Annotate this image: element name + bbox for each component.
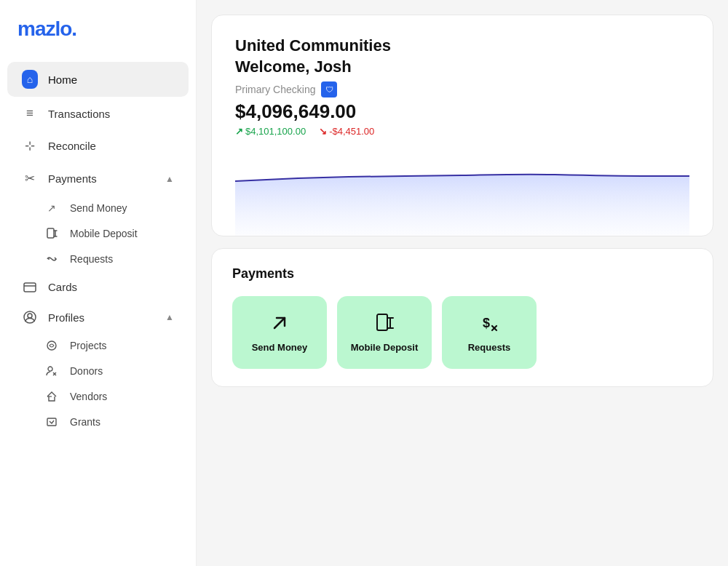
mobile-deposit-icon [44,228,60,239]
balance-chart [235,148,689,236]
sidebar-item-cards[interactable]: Cards [7,273,189,301]
logo: mazlo. [0,17,196,61]
svg-rect-0 [47,228,54,238]
svg-rect-10 [47,418,56,426]
shield-icon: 🛡 [321,81,337,97]
chevron-up-icon: ▲ [165,312,174,322]
sidebar-item-donors[interactable]: Donors [29,359,189,383]
payments-section-title: Payments [232,266,692,282]
sidebar-item-label: Projects [70,340,174,351]
org-name: United Communities [235,36,689,57]
sidebar-item-label: Send Money [70,202,174,214]
requests-button[interactable]: $ Requests [442,296,537,369]
requests-icon [44,253,60,265]
account-card: United Communities Welcome, Josh Primary… [211,15,713,236]
svg-point-8 [47,341,56,350]
home-icon: ⌂ [22,70,38,89]
sidebar-item-label: Grants [70,416,174,428]
logo-dot: . [71,17,76,40]
requests-btn-label: Requests [468,342,511,353]
send-money-button[interactable]: Send Money [232,296,327,369]
send-money-btn-label: Send Money [252,342,308,353]
svg-rect-4 [24,283,36,292]
sidebar-item-profiles[interactable]: Profiles ▲ [7,303,189,332]
grants-icon [44,416,60,428]
payments-icon: ✂ [22,171,38,186]
up-amount: ↗ $4,101,100.00 [235,126,306,137]
down-arrow-icon: ↘ [319,126,327,137]
sidebar-item-projects[interactable]: Projects [29,333,189,358]
up-arrow-icon: ↗ [235,126,243,137]
payments-card: Payments Send Money [211,248,713,387]
sidebar: mazlo. ⌂ Home ≡ Transactions ⊹ Reconcile… [0,0,197,566]
mobile-deposit-btn-label: Mobile Deposit [351,342,418,353]
sidebar-item-payments[interactable]: ✂ Payments ▲ [7,163,189,194]
sidebar-item-grants[interactable]: Grants [29,410,189,434]
profiles-subnav: Projects Donors Vendors [0,332,196,435]
send-money-icon: ↗ [44,202,60,214]
sidebar-item-label: Vendors [70,391,174,402]
sidebar-item-label: Profiles [48,311,155,324]
sidebar-item-reconcile[interactable]: ⊹ Reconcile [7,130,189,162]
account-type: Primary Checking [235,84,315,95]
payments-subnav: ↗ Send Money Mobile Deposit [0,195,196,272]
mobile-deposit-button[interactable]: Mobile Deposit [337,296,432,369]
greeting: Welcome, Josh [235,57,689,78]
balance: $4,096,649.00 [235,100,689,123]
svg-rect-11 [377,314,387,330]
transactions-icon: ≡ [22,106,38,121]
down-amount: ↘ -$4,451.00 [319,126,374,137]
sidebar-item-label: Transactions [48,108,174,120]
svg-point-7 [28,314,32,318]
mobile-deposit-btn-icon [374,313,395,336]
projects-icon [44,340,60,351]
send-money-btn-icon [269,313,290,336]
sidebar-item-label: Home [48,73,174,86]
sidebar-item-requests[interactable]: Requests [29,247,189,271]
balance-changes: ↗ $4,101,100.00 ↘ -$4,451.00 [235,126,689,137]
sidebar-item-send-money[interactable]: ↗ Send Money [29,196,189,220]
sidebar-item-label: Mobile Deposit [70,228,174,239]
account-type-row: Primary Checking 🛡 [235,81,689,97]
reconcile-icon: ⊹ [22,138,38,154]
sidebar-item-label: Reconcile [48,140,174,152]
sidebar-item-label: Donors [70,365,174,377]
donors-icon [44,365,60,377]
vendors-icon [44,391,60,402]
sidebar-item-label: Cards [48,281,174,293]
cards-icon [22,282,38,292]
sidebar-item-mobile-deposit[interactable]: Mobile Deposit [29,221,189,246]
svg-point-9 [48,367,52,371]
sidebar-item-label: Payments [48,172,155,185]
requests-btn-icon: $ [479,313,499,336]
logo-text: mazlo [17,17,71,40]
sidebar-item-label: Requests [70,253,174,265]
sidebar-item-transactions[interactable]: ≡ Transactions [7,98,189,129]
main-content: United Communities Welcome, Josh Primary… [197,0,728,566]
sidebar-item-home[interactable]: ⌂ Home [7,62,189,97]
svg-text:$: $ [483,316,490,330]
sidebar-item-vendors[interactable]: Vendors [29,384,189,409]
profiles-icon [22,311,38,324]
chevron-up-icon: ▲ [165,174,174,184]
payment-buttons: Send Money Mobile Deposit [232,296,692,369]
